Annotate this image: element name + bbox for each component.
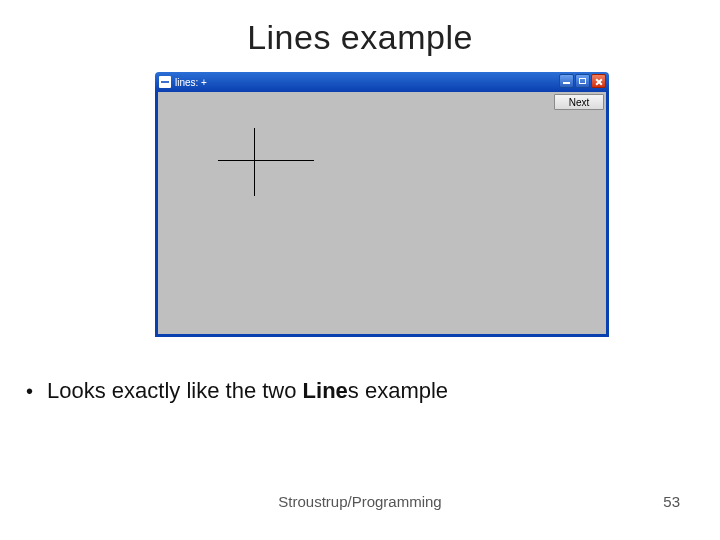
minimize-icon[interactable]: [559, 74, 574, 88]
maximize-icon[interactable]: [575, 74, 590, 88]
next-button[interactable]: Next: [554, 94, 604, 110]
window-border: Next: [155, 92, 609, 337]
drawing-canvas: Next: [158, 92, 606, 334]
horizontal-line: [218, 160, 314, 161]
vertical-line: [254, 128, 255, 196]
bullet-suffix: s example: [348, 378, 448, 403]
app-icon: [159, 76, 171, 88]
slide-title: Lines example: [0, 0, 720, 57]
window-controls: [559, 74, 606, 88]
close-icon[interactable]: [591, 74, 606, 88]
bullet-bold: Line: [303, 378, 348, 403]
bullet-marker: •: [26, 381, 33, 401]
bullet-text: Looks exactly like the two Lines example: [47, 378, 448, 404]
app-window: lines: + Next: [155, 72, 609, 337]
bullet-prefix: Looks exactly like the two: [47, 378, 303, 403]
window-titlebar[interactable]: lines: +: [155, 72, 609, 92]
bullet-item: • Looks exactly like the two Lines examp…: [26, 378, 448, 404]
window-title: lines: +: [175, 77, 207, 88]
page-number: 53: [663, 493, 680, 510]
slide-footer: Stroustrup/Programming: [0, 493, 720, 510]
